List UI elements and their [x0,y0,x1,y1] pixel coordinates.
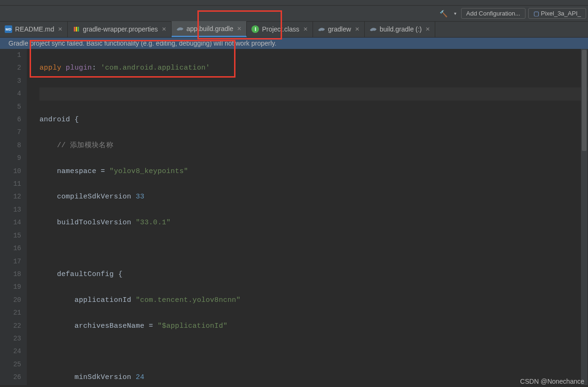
java-class-icon: I [251,25,259,33]
close-icon[interactable]: ✕ [57,26,63,32]
tab-app-build-gradle[interactable]: app\build.gradle ✕ [172,21,247,37]
config-label: Add Configuration... [466,10,520,17]
gradle-icon [318,25,325,33]
sync-status-bar: Gradle project sync failed. Basic functi… [0,38,588,49]
dropdown-icon[interactable]: ▾ [452,10,458,17]
close-icon[interactable]: ✕ [236,25,242,32]
tab-label: gradle-wrapper.properties [83,25,158,33]
code-editor[interactable]: apply plugin: 'com.android.application' … [27,49,588,385]
svg-rect-2 [78,27,79,32]
markdown-icon: MD [5,25,12,33]
tab-label: README.md [15,25,54,33]
tab-label: app\build.gradle [187,25,234,32]
gradle-icon [176,25,184,32]
tab-label: Project.class [262,25,299,33]
tab-build-gradle-root[interactable]: build.gradle (:) ✕ [365,21,436,37]
device-label: Pixel_3a_API_ [541,10,581,17]
svg-rect-0 [74,27,75,32]
svg-rect-1 [76,27,77,32]
main-toolbar: 🔨 ▾ Add Configuration... ▢ Pixel_3a_API_ [0,6,588,22]
device-icon: ▢ [533,10,539,17]
editor-area: 1234567891011121314151617181920212223242… [0,49,588,385]
tab-gradle-wrapper[interactable]: gradle-wrapper.properties ✕ [68,21,172,37]
close-icon[interactable]: ✕ [161,26,166,32]
close-icon[interactable]: ✕ [302,26,308,32]
scrollbar-thumb[interactable] [582,50,587,151]
tab-label: build.gradle (:) [380,25,422,33]
status-message: Gradle project sync failed. Basic functi… [8,39,276,47]
tab-project-class[interactable]: I Project.class ✕ [247,21,313,37]
close-icon[interactable]: ✕ [354,26,360,32]
editor-tabs: MD README.md ✕ gradle-wrapper.properties… [0,22,588,38]
menu-bar-placeholder [0,0,588,6]
properties-icon [72,25,80,33]
tab-label: gradlew [328,25,351,33]
tab-gradlew[interactable]: gradlew ✕ [313,21,365,37]
device-selector-button[interactable]: ▢ Pixel_3a_API_ [528,8,586,19]
build-icon[interactable]: 🔨 [438,9,449,18]
tab-readme[interactable]: MD README.md ✕ [0,21,68,37]
watermark: CSDN @Nonechance [520,378,584,385]
line-gutter: 1234567891011121314151617181920212223242… [0,49,27,385]
vertical-scrollbar[interactable] [581,49,588,385]
add-configuration-button[interactable]: Add Configuration... [461,8,525,19]
close-icon[interactable]: ✕ [424,26,430,32]
gradle-icon [369,25,377,33]
